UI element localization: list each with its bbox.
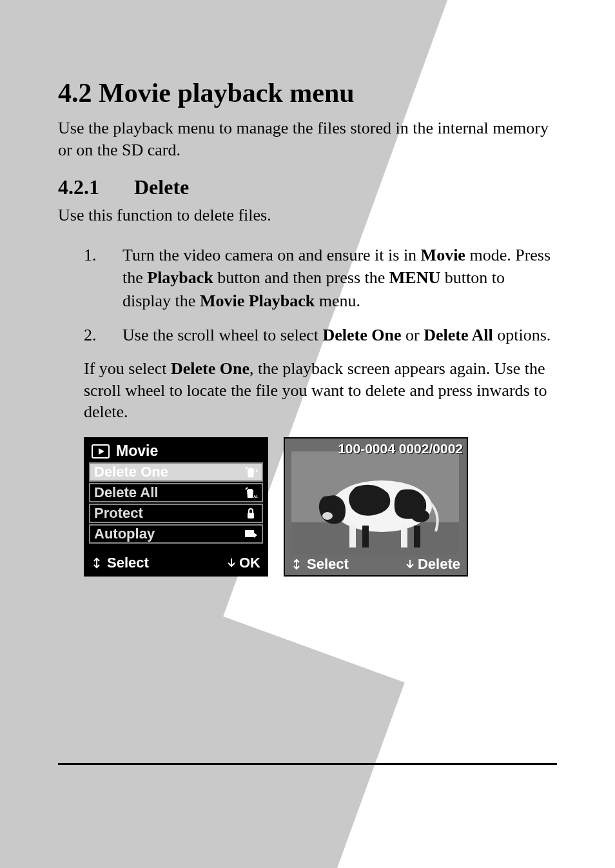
footer-ok: OK xyxy=(226,555,260,571)
text-run: Use the scroll wheel to select xyxy=(122,326,322,344)
text-run: Turn the video camera on and ensure it i… xyxy=(122,246,421,264)
footer-rule xyxy=(58,763,557,765)
svg-marker-1 xyxy=(99,448,104,455)
text-bold: Delete All xyxy=(424,326,493,344)
step-number: 1. xyxy=(84,244,122,311)
preview-image-cow xyxy=(291,451,459,555)
press-in-icon xyxy=(226,557,237,569)
playback-icon xyxy=(92,444,110,459)
screen-footer: Select OK xyxy=(85,552,267,575)
footer-select: Select xyxy=(92,555,149,571)
screen-title: Movie xyxy=(116,442,158,460)
text-bold: Delete One xyxy=(322,326,401,344)
text-run: options. xyxy=(493,326,551,344)
svg-point-10 xyxy=(322,512,333,520)
text-run: menu. xyxy=(315,291,360,310)
text-run: or xyxy=(401,326,424,344)
file-counter: 100-0004 0002/0002 xyxy=(338,441,463,457)
page: 4.2 Movie playback menu Use the playback… xyxy=(0,0,615,868)
menu-list: Delete One 1 Delete All ALL Protect xyxy=(85,462,267,552)
subsection-intro: Use this function to delete files. xyxy=(58,204,557,226)
scroll-select-icon xyxy=(92,557,104,569)
text-bold: Playback xyxy=(147,268,213,287)
lock-icon xyxy=(244,507,258,520)
svg-rect-4 xyxy=(248,513,254,518)
footer-label: Delete xyxy=(418,556,460,573)
menu-label: Delete All xyxy=(94,484,158,501)
svg-rect-13 xyxy=(362,526,369,547)
camera-screen-menu: Movie Delete One 1 Delete All ALL xyxy=(84,437,268,577)
step-text: Turn the video camera on and ensure it i… xyxy=(122,244,557,311)
trash-all-icon: ALL xyxy=(244,486,258,499)
svg-text:ALL: ALL xyxy=(253,495,258,498)
camera-screen-preview: 100-0004 0002/0002 Select Delete xyxy=(284,437,468,577)
svg-text:1: 1 xyxy=(255,468,258,473)
text-bold: MENU xyxy=(389,268,440,287)
text-bold: Delete One xyxy=(171,359,249,378)
section-heading: 4.2 Movie playback menu xyxy=(58,77,557,108)
footer-select: Select xyxy=(291,556,349,573)
menu-item-autoplay[interactable]: Autoplay xyxy=(89,524,263,544)
svg-rect-15 xyxy=(414,526,420,547)
subsection-number: 4.2.1 xyxy=(58,175,129,199)
svg-rect-14 xyxy=(401,526,407,547)
press-in-icon xyxy=(405,558,415,571)
footer-label: OK xyxy=(239,555,260,571)
menu-label: Delete One xyxy=(94,464,168,480)
step-text: Use the scroll wheel to select Delete On… xyxy=(122,324,557,346)
trash-one-icon: 1 xyxy=(244,466,258,478)
text-bold: Movie xyxy=(421,246,465,264)
autoplay-icon xyxy=(244,528,258,540)
text-bold: Movie Playback xyxy=(200,291,315,310)
text-run: button and then press the xyxy=(213,268,389,287)
svg-rect-5 xyxy=(245,530,254,537)
content-area: 4.2 Movie playback menu Use the playback… xyxy=(0,0,615,577)
svg-point-11 xyxy=(411,509,429,522)
svg-rect-12 xyxy=(349,526,356,547)
followup-paragraph: If you select Delete One, the playback s… xyxy=(84,358,557,423)
menu-item-delete-one[interactable]: Delete One 1 xyxy=(89,462,263,482)
svg-marker-6 xyxy=(254,533,257,538)
steps-list: 1. Turn the video camera on and ensure i… xyxy=(84,244,557,346)
intro-paragraph: Use the playback menu to manage the file… xyxy=(58,117,557,161)
menu-item-protect[interactable]: Protect xyxy=(89,504,263,523)
subsection-heading: 4.2.1 Delete xyxy=(58,175,557,199)
step-number: 2. xyxy=(84,324,122,346)
menu-label: Protect xyxy=(94,505,143,522)
screenshots-row: Movie Delete One 1 Delete All ALL xyxy=(84,437,557,577)
screen-footer: Select Delete xyxy=(285,556,467,573)
subsection-title: Delete xyxy=(134,175,189,199)
menu-item-delete-all[interactable]: Delete All ALL xyxy=(89,483,263,502)
screen-titlebar: Movie xyxy=(85,439,267,462)
menu-label: Autoplay xyxy=(94,526,155,542)
step-1: 1. Turn the video camera on and ensure i… xyxy=(84,244,557,311)
footer-label: Select xyxy=(307,556,349,573)
scroll-select-icon xyxy=(291,558,304,571)
step-2: 2. Use the scroll wheel to select Delete… xyxy=(84,324,557,346)
footer-delete: Delete xyxy=(405,556,460,573)
footer-label: Select xyxy=(107,555,149,571)
text-run: If you select xyxy=(84,359,171,378)
